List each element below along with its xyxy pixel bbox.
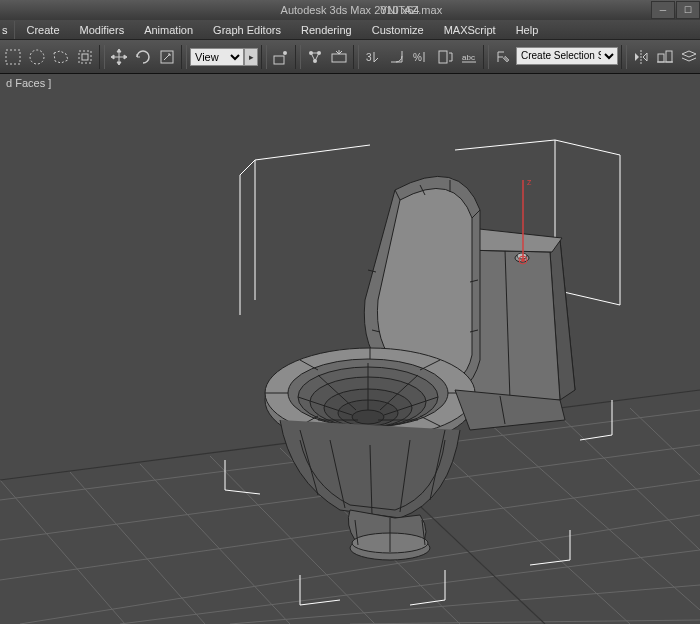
menu-edge[interactable]: s (2, 21, 15, 39)
pivot-icon[interactable] (270, 45, 292, 69)
spinner-snap-icon[interactable] (434, 45, 456, 69)
file-name: YNITAZ.max (380, 4, 442, 16)
svg-text:%: % (413, 52, 422, 63)
svg-rect-5 (274, 56, 284, 64)
minimize-button[interactable]: ─ (651, 1, 675, 19)
scale-icon[interactable] (156, 45, 178, 69)
svg-rect-10 (332, 54, 346, 62)
toolbar-separator (99, 45, 105, 69)
svg-rect-16 (666, 51, 672, 62)
svg-text:3: 3 (366, 52, 372, 63)
viewport-canvas[interactable]: z (0, 100, 700, 624)
status-text: d Faces ] (0, 74, 700, 92)
selection-fence-icon[interactable] (50, 45, 72, 69)
manipulate-icon[interactable] (304, 45, 326, 69)
menu-graph-editors[interactable]: Graph Editors (203, 21, 291, 39)
toolbar-separator (483, 45, 489, 69)
toolbar-separator (353, 45, 359, 69)
perspective-viewport[interactable]: z (0, 100, 700, 624)
menu-maxscript[interactable]: MAXScript (434, 21, 506, 39)
svg-rect-2 (79, 51, 91, 63)
align-icon[interactable] (654, 45, 676, 69)
named-selection-select[interactable]: Create Selection Se (516, 47, 618, 65)
named-sel-edit-icon[interactable] (492, 45, 514, 69)
layers-icon[interactable] (678, 45, 700, 69)
svg-rect-13 (439, 51, 447, 63)
svg-rect-3 (82, 54, 88, 60)
selection-circle-icon[interactable] (26, 45, 48, 69)
wire-box-left (240, 145, 370, 315)
named-selection-dropdown[interactable]: Create Selection Se (516, 47, 618, 67)
rotate-icon[interactable] (132, 45, 154, 69)
units-setup-icon[interactable]: abc (458, 45, 480, 69)
svg-rect-0 (6, 50, 20, 64)
selection-rect-icon[interactable] (2, 45, 24, 69)
angle-snap-icon[interactable] (386, 45, 408, 69)
reference-coord-dropdown[interactable]: View ▸ (190, 47, 258, 67)
menu-animation[interactable]: Animation (134, 21, 203, 39)
svg-text:abc: abc (462, 53, 475, 62)
svg-line-18 (70, 472, 205, 624)
menu-customize[interactable]: Customize (362, 21, 434, 39)
svg-point-61 (352, 410, 384, 424)
main-toolbar: View ▸ 3 % abc Create Selection Se (0, 40, 700, 74)
svg-point-91 (521, 258, 525, 262)
window-controls: ─ ☐ (650, 1, 700, 19)
menu-create[interactable]: Create (17, 21, 70, 39)
toolbar-separator (295, 45, 301, 69)
toilet-pedestal (348, 510, 430, 560)
svg-point-6 (283, 51, 287, 55)
menu-help[interactable]: Help (506, 21, 549, 39)
title-bar: Autodesk 3ds Max 2010 x64 YNITAZ.max ─ ☐ (0, 0, 700, 20)
menu-rendering[interactable]: Rendering (291, 21, 362, 39)
percent-snap-icon[interactable]: % (410, 45, 432, 69)
selection-paint-icon[interactable] (74, 45, 96, 69)
mirror-icon[interactable] (630, 45, 652, 69)
keyboard-shortcut-icon[interactable] (328, 45, 350, 69)
toolbar-separator (181, 45, 187, 69)
svg-line-24 (490, 424, 700, 610)
move-icon[interactable] (108, 45, 130, 69)
maximize-button[interactable]: ☐ (676, 1, 700, 19)
snap-3d-icon[interactable]: 3 (362, 45, 384, 69)
svg-rect-15 (658, 54, 664, 62)
svg-line-34 (350, 620, 700, 624)
svg-point-1 (30, 50, 44, 64)
svg-line-17 (0, 480, 125, 624)
svg-line-19 (140, 464, 290, 624)
toolbar-separator (261, 45, 267, 69)
toolbar-separator (621, 45, 627, 69)
gizmo-z-label: z (527, 177, 532, 187)
toilet-bowl (265, 348, 475, 518)
reference-coord-select[interactable]: View (190, 48, 244, 66)
menu-modifiers[interactable]: Modifiers (70, 21, 135, 39)
coord-go-button[interactable]: ▸ (244, 48, 258, 66)
menu-bar: s Create Modifiers Animation Graph Edito… (0, 20, 700, 40)
